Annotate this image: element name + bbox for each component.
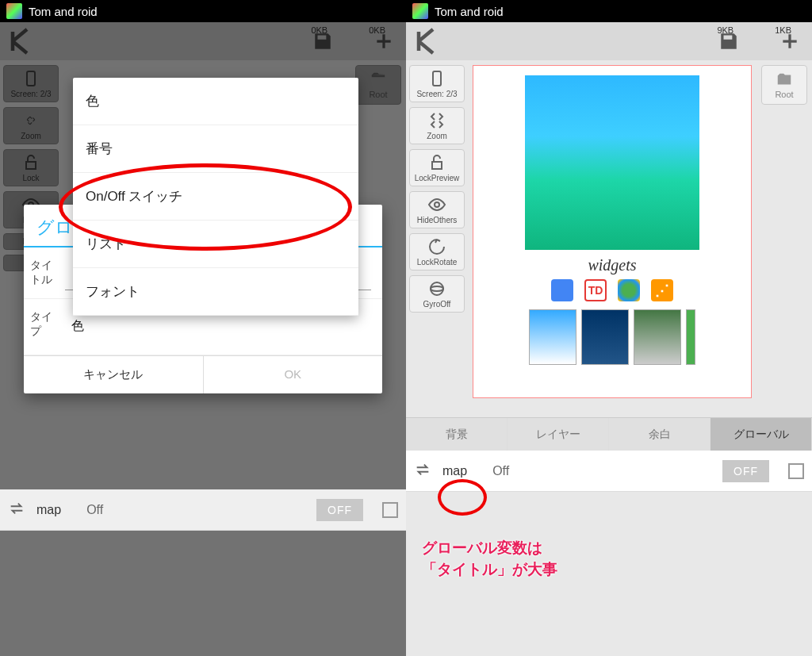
preview-area: widgets TD ⋰ xyxy=(468,60,756,417)
side-gyrooff[interactable]: GyroOff xyxy=(409,275,465,313)
app-icon xyxy=(6,3,22,19)
ok-button[interactable]: OK xyxy=(203,356,383,393)
widget-calendar-icon xyxy=(551,279,573,301)
thumb-3[interactable] xyxy=(634,309,681,365)
tab-margin[interactable]: 余白 xyxy=(609,418,710,451)
phone-left: Tom and roid 0KB 0KB Screen: 2/3 Zoom xyxy=(0,0,406,656)
global-row-right: map Off OFF xyxy=(406,451,812,492)
phone-right: Tom and roid 9KB 1KB Screen: 2/3 Zoom xyxy=(406,0,812,656)
side-lockrotate[interactable]: LockRotate xyxy=(409,233,465,270)
wallpaper-preview xyxy=(525,75,699,250)
thumb-4[interactable] xyxy=(686,309,695,365)
preview-box[interactable]: widgets TD ⋰ xyxy=(473,65,752,398)
cancel-button[interactable]: キャンセル xyxy=(24,356,203,393)
side-screen[interactable]: Screen: 2/3 xyxy=(409,65,465,102)
widget-todoist-icon: TD xyxy=(584,279,607,301)
var-name[interactable]: map xyxy=(36,503,61,517)
global-row-left: map Off OFF xyxy=(0,489,406,531)
widget-icons: TD ⋰ xyxy=(551,279,673,301)
toggle-off[interactable]: OFF xyxy=(316,499,363,521)
status-bar: Tom and roid xyxy=(406,0,812,22)
row-checkbox[interactable] xyxy=(788,463,804,479)
opt-number[interactable]: 番号 xyxy=(73,125,358,173)
var-name[interactable]: map xyxy=(442,464,467,478)
status-bar: Tom and roid xyxy=(0,0,406,22)
root-button[interactable]: Root xyxy=(761,65,807,105)
opt-onoff[interactable]: On/Off スイッチ xyxy=(73,173,358,221)
app-icon xyxy=(412,3,428,19)
widget-rss-icon: ⋰ xyxy=(651,279,673,301)
row-checkbox[interactable] xyxy=(382,502,398,518)
topbar: 9KB 1KB xyxy=(406,22,812,60)
thumb-1[interactable] xyxy=(529,309,576,365)
toggle-off[interactable]: OFF xyxy=(722,460,769,482)
svg-point-5 xyxy=(435,202,439,207)
content-right: Screen: 2/3 Zoom LockPreview HideOthers … xyxy=(406,60,812,417)
tab-background[interactable]: 背景 xyxy=(406,418,508,451)
thumbnail-strip xyxy=(529,309,695,365)
svg-rect-3 xyxy=(433,71,441,86)
tab-global[interactable]: グローバル xyxy=(710,418,812,451)
status-title: Tom and roid xyxy=(435,5,504,18)
side-zoom[interactable]: Zoom xyxy=(409,107,465,144)
tab-layer[interactable]: レイヤー xyxy=(508,418,609,451)
svg-rect-4 xyxy=(432,162,442,169)
label-title: タイトル xyxy=(24,247,65,298)
opt-list[interactable]: リスト xyxy=(73,221,358,268)
status-title: Tom and roid xyxy=(29,5,98,18)
swap-icon xyxy=(8,500,25,520)
widget-globe-icon xyxy=(618,279,640,301)
var-value: Off xyxy=(492,464,509,478)
side-lockpreview[interactable]: LockPreview xyxy=(409,149,465,186)
opt-color[interactable]: 色 xyxy=(73,78,358,125)
side-hideothers[interactable]: HideOthers xyxy=(409,191,465,228)
swap-icon xyxy=(414,461,431,481)
svg-point-7 xyxy=(431,286,443,291)
type-picker: 色 番号 On/Off スイッチ リスト フォント xyxy=(73,78,358,316)
app-area-right: 9KB 1KB Screen: 2/3 Zoom LockPreview Hid… xyxy=(406,22,812,656)
sidebar: Screen: 2/3 Zoom LockPreview HideOthers … xyxy=(406,60,468,417)
label-type: タイプ xyxy=(24,299,65,355)
opt-font[interactable]: フォント xyxy=(73,268,358,316)
klwp-logo xyxy=(414,27,442,56)
add-button[interactable] xyxy=(774,25,806,57)
svg-point-6 xyxy=(431,282,443,295)
save-button[interactable] xyxy=(713,25,745,57)
annotation-text: グローバル変数は 「タイトル」が大事 xyxy=(422,538,557,580)
widgets-label: widgets xyxy=(588,256,636,274)
app-area-left: 0KB 0KB Screen: 2/3 Zoom Lock Hide Lock … xyxy=(0,22,406,656)
thumb-2[interactable] xyxy=(581,309,629,365)
tabs: 背景 レイヤー 余白 グローバル xyxy=(406,417,812,451)
var-value: Off xyxy=(86,503,103,517)
